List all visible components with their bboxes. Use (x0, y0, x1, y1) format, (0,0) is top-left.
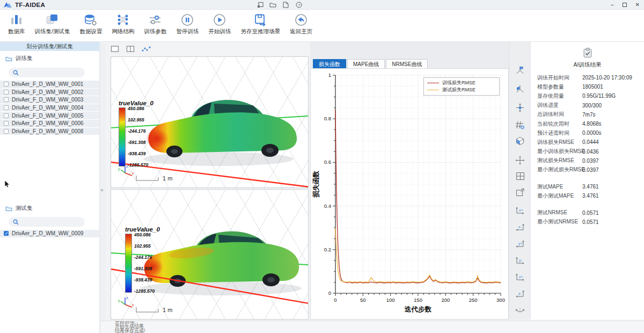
axis-x-plus-button[interactable]: x+ (515, 205, 525, 216)
pause-training-button[interactable]: 暂停训练 (171, 13, 203, 35)
maximize-button[interactable] (623, 3, 627, 7)
svg-text:x-: x- (518, 225, 522, 229)
window-controls: – ✕ (611, 0, 640, 10)
close-button[interactable]: ✕ (635, 0, 640, 10)
train-item[interactable]: DrivAer_F_D_WM_WW_0003 (0, 96, 99, 104)
expand-view-icon[interactable] (515, 187, 525, 198)
new-window-icon[interactable] (257, 1, 264, 8)
checkbox[interactable] (4, 231, 9, 236)
svg-text:x: x (132, 171, 134, 175)
sidebar-splitter[interactable]: « (100, 42, 105, 333)
checkbox[interactable] (4, 97, 9, 102)
checkbox[interactable] (4, 90, 9, 95)
titlebar-menu: ? (257, 1, 302, 8)
results-rows: 训练开始时间2025-10-20 17:30:09 模型参数量1805001 显… (531, 73, 644, 227)
stat-row: 总训练时间7m7s (531, 110, 644, 119)
train-test-set-button[interactable]: 训练集/测试集 (30, 13, 75, 35)
test-item[interactable]: DrivAer_F_D_WM_WW_0009 (0, 230, 99, 238)
checkbox[interactable] (4, 82, 9, 86)
ticks (333, 75, 501, 296)
viewport-toolbar (111, 45, 151, 53)
fit-view-icon[interactable] (515, 102, 525, 113)
training-params-button[interactable]: 训练参数 (139, 13, 171, 35)
svg-text:y: y (118, 167, 120, 171)
axis-z-minus-button[interactable]: z- (515, 288, 525, 299)
save-to-inference-button[interactable]: 另存至推理场景 (236, 13, 285, 35)
help-icon[interactable]: ? (295, 1, 302, 8)
svg-text:0: 0 (334, 297, 336, 303)
loss-chart-panel: 05010015020025030000.20.40.60.81迭代步数损失函数… (310, 68, 509, 320)
view-tool-strip: x+ x- y+ y- z+ z- (509, 42, 530, 320)
svg-text:0.8: 0.8 (324, 115, 331, 121)
test-search-box[interactable] (9, 217, 85, 227)
train-search-box[interactable] (9, 68, 85, 77)
chart-view-icon[interactable] (142, 45, 151, 53)
stat-row: 训练开始时间2025-10-20 17:30:09 (531, 73, 644, 82)
training-results-panel: AI训练结果 训练开始时间2025-10-20 17:30:09 模型参数量18… (530, 42, 644, 320)
stat-row: 模型参数量1805001 (531, 82, 644, 91)
network-structure-button[interactable]: 网络结构 (107, 13, 139, 35)
back-home-button[interactable]: 返回主页 (285, 13, 317, 35)
test-line-swatch (427, 90, 439, 90)
axis-y-plus-button[interactable]: y+ (515, 238, 525, 249)
axis-y-minus-button[interactable]: y- (515, 255, 525, 266)
pan-icon[interactable] (515, 155, 525, 165)
train-item[interactable]: DrivAer_F_D_WM_WW_0004 (0, 104, 99, 112)
iso-view-icon[interactable] (515, 83, 525, 94)
svg-text:150: 150 (414, 297, 422, 303)
chart-tabs: 损失函数 MAPE曲线 NRMSE曲线 (313, 59, 428, 68)
single-view-icon[interactable] (111, 45, 119, 53)
axis-x-minus-button[interactable]: x- (515, 222, 525, 233)
train-item[interactable]: DrivAer_F_D_WM_WW_0008 (0, 128, 99, 136)
train-item[interactable]: DrivAer_F_D_WM_WW_0002 (0, 89, 99, 97)
back-arrow-icon (294, 13, 308, 27)
database-button[interactable]: 数据库 (3, 13, 30, 35)
clipboard-check-icon (582, 47, 593, 58)
save-file-icon[interactable] (282, 1, 289, 8)
series-line-1 (335, 228, 501, 283)
start-training-button[interactable]: 开始训练 (203, 13, 236, 35)
titlebar: TF-AIDEA ? – ✕ (0, 0, 644, 10)
svg-text:z-: z- (518, 292, 522, 295)
train-item[interactable]: DrivAer_F_D_WM_WW_0006 (0, 120, 99, 128)
train-search-input[interactable] (21, 70, 75, 76)
data-settings-button[interactable]: 数据设置 (75, 13, 107, 35)
svg-text:250: 250 (469, 297, 478, 303)
collapse-icon[interactable]: « (100, 187, 104, 193)
viewport-panel-top[interactable]: z x y trueValue_0 450.086 102.955 -244.1… (111, 56, 309, 188)
checkbox[interactable] (4, 113, 9, 118)
main-toolbar: 数据库 训练集/测试集 数据设置 网络结构 训练参数 暂停训练 开始训练 另存 (0, 10, 644, 42)
open-folder-icon[interactable] (269, 1, 276, 8)
svg-text:y: y (118, 299, 120, 303)
quad-view-icon[interactable] (515, 171, 525, 182)
minimize-button[interactable]: – (611, 0, 614, 10)
svg-text:x: x (132, 303, 134, 307)
stat-row: 测试NRMSE0.0571 (531, 208, 644, 217)
train-item[interactable]: DrivAer_F_D_WM_WW_0001 (0, 81, 99, 89)
checkbox[interactable] (4, 121, 9, 126)
train-item[interactable]: DrivAer_F_D_WM_WW_0005 (0, 112, 99, 120)
pause-icon (180, 13, 194, 27)
viewport-panel-bottom[interactable]: z x y trueValue_0 450.086 102.955 -244.1… (111, 189, 309, 320)
checkbox[interactable] (4, 105, 9, 110)
tab-loss-function[interactable]: 损失函数 (313, 59, 346, 68)
svg-text:0.6: 0.6 (324, 159, 331, 165)
svg-text:0.4: 0.4 (324, 203, 331, 209)
svg-text:300: 300 (496, 297, 505, 303)
tab-nrmse-curve[interactable]: NRMSE曲线 (386, 59, 428, 68)
orient-view-icon[interactable] (515, 64, 525, 75)
checkbox[interactable] (4, 129, 9, 134)
grid-toggle-icon[interactable] (515, 119, 525, 130)
axis-z-plus-button[interactable]: z+ (515, 272, 525, 283)
cube-view-icon[interactable] (515, 135, 525, 146)
chart-legend: 训练损失RMSE 测试损失RMSE (423, 77, 500, 96)
test-search-input[interactable] (21, 219, 75, 225)
log-line: 开始生成结果 (115, 324, 644, 328)
svg-text:200: 200 (441, 297, 450, 303)
save-forward-icon (253, 13, 267, 27)
rotate-view-icon[interactable] (515, 306, 525, 317)
svg-text:0.2: 0.2 (324, 247, 331, 252)
tab-mape-curve[interactable]: MAPE曲线 (347, 59, 385, 68)
folder-icon (5, 206, 12, 212)
split-view-icon[interactable] (126, 45, 135, 53)
